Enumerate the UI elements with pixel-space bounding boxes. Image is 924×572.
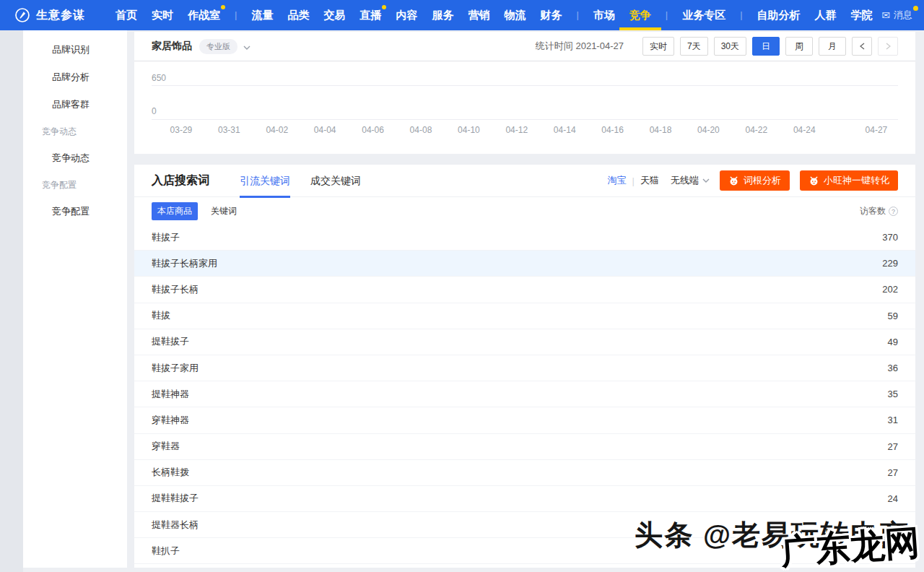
- table-row[interactable]: 提鞋鞋拔子 24: [134, 486, 915, 512]
- nav-item[interactable]: 竞争: [629, 0, 651, 30]
- table-row[interactable]: 鞋拔子家用 36: [134, 355, 915, 381]
- visitors-cell: 13: [888, 519, 898, 530]
- range-button[interactable]: 月: [819, 37, 846, 56]
- range-button[interactable]: 日: [752, 37, 780, 56]
- device-label: 无线端: [671, 174, 699, 187]
- entry-search-words-card: 入店搜索词 引流关键词成交关键词 淘宝|天猫 无线端: [134, 165, 915, 568]
- nav-item[interactable]: 物流: [504, 0, 526, 30]
- range-button-group: 实时7天30天日周月: [642, 37, 846, 56]
- x-axis-tick: 04-04: [314, 125, 336, 135]
- category-toolbar: 家居饰品 专业版 统计时间 2021-04-27 实时7天30天日周月: [134, 32, 915, 61]
- keyword-tab[interactable]: 成交关键词: [310, 165, 361, 197]
- chevron-down-icon[interactable]: [243, 41, 250, 52]
- wangwang-mascot-icon: [728, 176, 739, 186]
- y-axis-label-top: 650: [152, 73, 166, 83]
- action-button-label: 词根分析: [744, 174, 781, 187]
- scope-tabs: 本店商品关键词: [152, 202, 243, 220]
- nav-item[interactable]: 交易: [323, 0, 345, 30]
- sidebar-item[interactable]: 品牌识别: [23, 36, 127, 64]
- orange-action-button[interactable]: 词根分析: [720, 170, 790, 191]
- table-row[interactable]: 提鞋神器 35: [134, 381, 915, 407]
- table-row[interactable]: 鞋扒子: [134, 538, 915, 564]
- x-axis-ticks: 03-2903-3104-0204-0404-0604-0804-1004-12…: [134, 125, 915, 136]
- section-title: 入店搜索词: [152, 173, 209, 188]
- channel-switch: 淘宝|天猫: [603, 174, 663, 187]
- keyword-cell: 鞋拔子长柄: [152, 283, 199, 296]
- range-button[interactable]: 周: [785, 37, 813, 56]
- nav-item[interactable]: 人群: [815, 0, 837, 30]
- x-axis-tick: 04-22: [746, 125, 768, 135]
- wangwang-mascot-icon: [808, 176, 819, 186]
- table-row[interactable]: 鞋拔子长柄 202: [134, 277, 915, 303]
- keyword-cell: 鞋拔子: [152, 231, 180, 244]
- channel-link[interactable]: 淘宝: [603, 174, 631, 187]
- nav-item: |: [576, 0, 578, 30]
- scope-row: 本店商品关键词 访客数 ?: [134, 197, 915, 225]
- nav-item[interactable]: 直播: [359, 0, 381, 30]
- nav-item[interactable]: 品类: [287, 0, 309, 30]
- keyword-tab[interactable]: 引流关键词: [240, 165, 290, 197]
- x-axis-tick: 04-18: [650, 125, 672, 135]
- nav-item[interactable]: 市场: [593, 0, 615, 30]
- x-axis-tick: 04-16: [601, 125, 624, 135]
- nav-item[interactable]: 业务专区: [682, 0, 725, 30]
- nav-item[interactable]: 服务: [432, 0, 453, 30]
- nav-item[interactable]: 作战室: [188, 0, 220, 30]
- nav-item: |: [666, 0, 668, 30]
- visitors-cell: 229: [882, 258, 898, 269]
- table-row[interactable]: 鞋拔子长柄家用 229: [134, 251, 915, 277]
- nav-item[interactable]: 内容: [396, 0, 417, 30]
- brand-name: 生意参谋: [36, 8, 85, 23]
- collapsed-left-rail: [0, 30, 23, 572]
- nav-item[interactable]: 财务: [540, 0, 562, 30]
- nav-item: |: [740, 0, 742, 30]
- orange-action-button[interactable]: 小旺神一键转化: [800, 170, 898, 191]
- nav-item[interactable]: 营销: [468, 0, 489, 30]
- visitors-cell: 36: [888, 363, 898, 373]
- visitors-cell: 370: [882, 232, 898, 243]
- brand[interactable]: 生意参谋: [14, 7, 85, 23]
- channel-link[interactable]: 天猫: [636, 174, 663, 187]
- table-row[interactable]: 提鞋器长柄 13: [134, 512, 915, 538]
- range-button[interactable]: 30天: [714, 37, 746, 56]
- scope-tab[interactable]: 本店商品: [152, 202, 198, 220]
- nav-item[interactable]: 学院: [851, 0, 873, 30]
- metric-label: 访客数: [860, 205, 886, 217]
- keyword-cell: 提鞋鞋拔子: [152, 492, 199, 505]
- chevron-down-icon: [702, 178, 710, 183]
- x-axis-tick: 03-29: [170, 125, 193, 135]
- keyword-cell: 提鞋器长柄: [152, 519, 199, 532]
- x-axis-tick: 04-08: [410, 125, 432, 135]
- keyword-cell: 鞋拔子长柄家用: [152, 257, 217, 270]
- sidebar-item[interactable]: 竞争配置: [23, 198, 127, 225]
- table-row[interactable]: 长柄鞋拨 27: [134, 460, 915, 486]
- sidebar-item[interactable]: 竞争动态: [23, 144, 127, 172]
- messages-nav-item[interactable]: ✉ 消息: [881, 9, 912, 22]
- device-dropdown[interactable]: 无线端: [671, 174, 710, 187]
- sidebar-item[interactable]: 品牌分析: [23, 64, 127, 91]
- messages-label: 消息: [894, 9, 912, 22]
- visitors-cell: 27: [888, 441, 898, 452]
- table-row[interactable]: 提鞋拔子 49: [134, 329, 915, 355]
- range-button[interactable]: 7天: [680, 37, 708, 56]
- scope-tab[interactable]: 关键词: [205, 202, 243, 220]
- visitors-cell: 35: [888, 389, 898, 399]
- keyword-table: 鞋拔子 370 鞋拔子长柄家用 229 鞋拔子长柄 202 鞋拔 59 提鞋拔子…: [134, 225, 915, 564]
- nav-menu: 首页实时作战室|流量品类交易直播内容服务营销物流财务|市场竞争|业务专区|自助分…: [116, 0, 873, 30]
- table-row[interactable]: 穿鞋器 27: [134, 434, 915, 460]
- help-icon[interactable]: ?: [889, 207, 898, 216]
- nav-item[interactable]: 首页: [116, 0, 137, 30]
- next-page-button[interactable]: [878, 37, 898, 56]
- nav-item[interactable]: 流量: [251, 0, 273, 30]
- nav-item[interactable]: 自助分析: [757, 0, 801, 30]
- prev-page-button[interactable]: [852, 37, 872, 56]
- action-buttons: 词根分析 小旺神一键转化: [710, 170, 898, 191]
- table-row[interactable]: 鞋拔 59: [134, 303, 915, 329]
- keyword-cell: 穿鞋神器: [152, 414, 189, 427]
- table-row[interactable]: 穿鞋神器 31: [134, 407, 915, 433]
- sidebar-item[interactable]: 品牌客群: [23, 91, 127, 118]
- nav-item[interactable]: 实时: [152, 0, 173, 30]
- range-button[interactable]: 实时: [642, 37, 674, 56]
- stat-time: 统计时间 2021-04-27: [536, 40, 624, 53]
- table-row[interactable]: 鞋拔子 370: [134, 225, 915, 251]
